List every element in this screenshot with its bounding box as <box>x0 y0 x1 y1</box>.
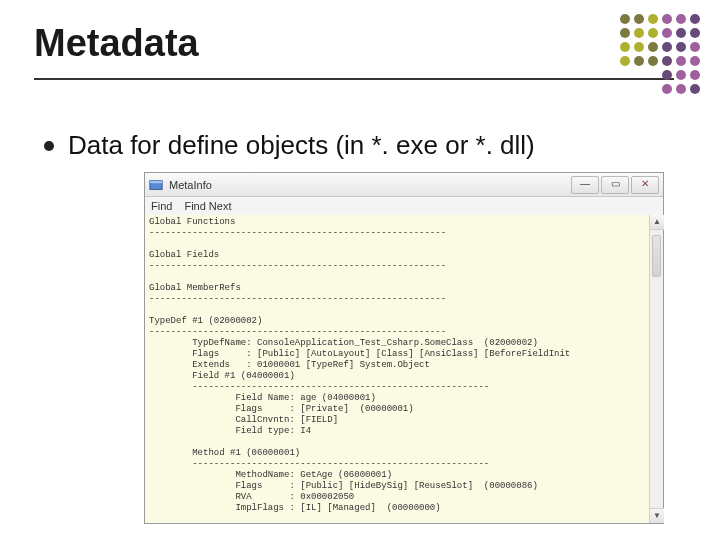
scroll-thumb[interactable] <box>652 235 661 277</box>
bullet-dot-icon <box>44 141 54 151</box>
window-title: MetaInfo <box>169 179 571 191</box>
svg-rect-1 <box>150 180 162 183</box>
window-titlebar[interactable]: MetaInfo — ▭ ✕ <box>145 173 663 197</box>
scroll-down-button[interactable]: ▼ <box>650 508 664 523</box>
decorative-dot-grid <box>620 14 700 94</box>
slide-title: Metadata <box>34 22 199 65</box>
title-underline <box>34 78 674 80</box>
bullet-item: Data for define objects (in *. exe or *.… <box>44 130 535 161</box>
metainfo-window: MetaInfo — ▭ ✕ Find Find Next Global Fun… <box>144 172 664 524</box>
window-maximize-button[interactable]: ▭ <box>601 176 629 194</box>
app-icon <box>149 178 163 192</box>
window-menubar: Find Find Next <box>145 197 663 216</box>
vertical-scrollbar[interactable]: ▲ ▼ <box>649 215 663 523</box>
menu-find-next[interactable]: Find Next <box>184 200 231 212</box>
scroll-up-button[interactable]: ▲ <box>650 215 664 230</box>
window-minimize-button[interactable]: — <box>571 176 599 194</box>
menu-find[interactable]: Find <box>151 200 172 212</box>
metadata-text-content: Global Functions -----------------------… <box>145 215 663 523</box>
slide: Metadata Data for define objects (in *. … <box>0 0 720 540</box>
window-close-button[interactable]: ✕ <box>631 176 659 194</box>
bullet-text: Data for define objects (in *. exe or *.… <box>68 130 535 161</box>
